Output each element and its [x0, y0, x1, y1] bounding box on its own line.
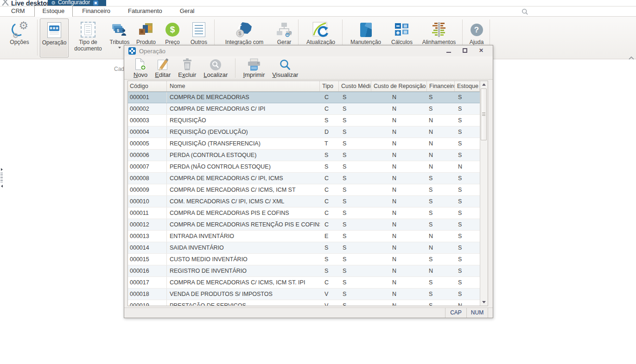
novo-button[interactable]: Novo: [130, 57, 151, 79]
column-header-financeiro[interactable]: Financeiro: [427, 81, 455, 91]
table-cell: S: [320, 150, 339, 161]
ribbon-button-tipo-documento[interactable]: Tipo de documento: [70, 19, 107, 57]
table-row[interactable]: 000004REQUISIÇÃO (DEVOLUÇÃO)DSNNS: [128, 126, 480, 138]
table-cell: 000004: [128, 126, 167, 138]
table-row[interactable]: 000006PERDA (CONTROLA ESTOQUE)SSNNS: [128, 150, 480, 161]
table-cell: S: [455, 196, 480, 207]
app-gear-icon: ⚙: [51, 0, 56, 6]
table-row[interactable]: 000012COMPRA DE MERCADORIAS RETENÇÃO PIS…: [128, 219, 480, 231]
column-header-tipo[interactable]: Tipo: [320, 81, 339, 91]
visualizar-button[interactable]: Visualizar: [268, 57, 302, 79]
table-cell: C: [320, 196, 339, 207]
table-cell: 000007: [128, 161, 167, 172]
table-row[interactable]: 000019PRESTAÇÃO DE SERVIÇOSVSNSN: [128, 300, 480, 306]
scroll-down-button[interactable]: [480, 299, 488, 306]
table-cell: S: [339, 207, 371, 219]
ribbon-collapse-chevron[interactable]: [628, 52, 635, 63]
table-cell: S: [339, 300, 371, 306]
table-row[interactable]: 000010COM. MERCADORIAS C/ IPI, ICMS C/ X…: [128, 196, 480, 207]
restore-button[interactable]: [458, 46, 472, 55]
toolbar-separator: [235, 58, 235, 78]
close-button[interactable]: ✕: [474, 46, 488, 55]
table-cell: S: [455, 219, 480, 230]
table-cell: N: [371, 184, 427, 195]
panel-collapse-handle[interactable]: [0, 168, 3, 188]
table-row[interactable]: 000016REGISTRO DE INVENTÁRIOSSNNS: [128, 265, 480, 277]
table-row[interactable]: 000017COMPRA DE MERCADORIAS C/ ICMS, ICM…: [128, 277, 480, 289]
column-header-nome[interactable]: Nome: [167, 81, 320, 91]
table-row[interactable]: 000013ENTRADA INVENTÁRIOESNNS: [128, 231, 480, 242]
table-row[interactable]: 000009COMPRA DE MERCADORIAS C/ ICMS, ICM…: [128, 184, 480, 196]
table-cell: V: [320, 289, 339, 300]
tab-faturamento[interactable]: Faturamento: [120, 6, 171, 16]
tab-estoque[interactable]: Estoque: [34, 6, 73, 17]
table-cell: N: [371, 173, 427, 184]
column-header-custo-medio[interactable]: Custo Médio: [339, 81, 371, 91]
table-cell: S: [320, 265, 339, 276]
column-header-codigo[interactable]: Código: [128, 81, 167, 91]
window-statusbar: CAP NUM: [124, 308, 493, 318]
table-cell: 000019: [128, 300, 167, 306]
table-cell: S: [427, 196, 455, 207]
minimize-button[interactable]: [442, 46, 456, 55]
table-row[interactable]: 000015CUSTO MEDIO INVENTÁRIOSSNSS: [128, 254, 480, 265]
grid-header: Código Nome Tipo Custo Médio Custo de Re…: [128, 81, 480, 92]
column-header-estoque[interactable]: Estoque: [455, 81, 480, 91]
table-cell: S: [455, 207, 480, 219]
table-cell: 000015: [128, 254, 167, 265]
table-cell: S: [455, 138, 480, 149]
ribbon-label: Outros: [191, 39, 207, 45]
thumb-grip-icon: [482, 113, 485, 116]
table-cell: T: [320, 138, 339, 149]
table-cell: N: [371, 196, 427, 207]
ribbon-button-opcoes[interactable]: ⚙⚙ Opções: [3, 19, 36, 57]
svg-text:$: $: [239, 31, 242, 36]
window-app-icon: [128, 47, 136, 55]
excluir-button[interactable]: Excluir: [174, 57, 200, 79]
table-row[interactable]: 000008COMPRA DE MERCADORIAS C/ IPI, ICMS…: [128, 173, 480, 184]
table-row[interactable]: 000002COMPRA DE MERCADORIAS C/ IPICSNSS: [128, 103, 480, 115]
table-cell: S: [455, 126, 480, 138]
table-row[interactable]: 000003REQUISIÇÃOSSNNS: [128, 115, 480, 126]
table-cell: N: [371, 92, 427, 103]
column-header-custo-reposicao[interactable]: Custo de Reposição: [371, 81, 427, 91]
table-row[interactable]: 000014SAIDA INVENTÁRIOSSNNS: [128, 242, 480, 254]
table-cell: S: [320, 115, 339, 126]
table-cell: S: [427, 277, 455, 288]
table-cell: N: [427, 242, 455, 253]
window-titlebar[interactable]: Operação ✕: [124, 45, 493, 56]
table-cell: C: [320, 277, 339, 288]
scrollbar-thumb[interactable]: [481, 88, 487, 140]
print-icon: [247, 58, 261, 71]
table-cell: S: [455, 289, 480, 300]
ribbon-tab-bar: CRM Estoque Financeiro Faturamento Geral: [0, 6, 636, 17]
tab-badge-icon[interactable]: [93, 0, 98, 6]
table-cell: N: [371, 150, 427, 161]
table-row[interactable]: 000005REQUISIÇÃO (TRANSFERENCIA)TSNNS: [128, 138, 480, 150]
imprimir-button[interactable]: Imprimir: [239, 57, 268, 79]
editar-button[interactable]: Editar: [151, 57, 174, 79]
price-dollar-icon: $: [165, 23, 179, 37]
table-cell: N: [371, 219, 427, 230]
ribbon-label: Alinhamentos: [422, 39, 456, 45]
table-cell: N: [371, 126, 427, 138]
table-cell: S: [339, 231, 371, 242]
table-cell: N: [371, 103, 427, 114]
table-row[interactable]: 000007PERDA (NÃO CONTROLA ESTOQUE)SSNNN: [128, 161, 480, 173]
tab-geral[interactable]: Geral: [172, 6, 203, 16]
table-cell: S: [455, 254, 480, 265]
scroll-up-button[interactable]: [480, 81, 488, 88]
table-cell: N: [371, 231, 427, 242]
tab-crm[interactable]: CRM: [3, 6, 33, 16]
table-row[interactable]: 000011COMPRA DE MERCADORIAS PIS E COFINS…: [128, 207, 480, 219]
localizar-button[interactable]: Localizar: [200, 57, 231, 79]
table-cell: S: [339, 138, 371, 149]
vertical-scrollbar[interactable]: [480, 81, 488, 306]
table-row[interactable]: 000018VENDA DE PRODUTOS S/ IMPOSTOSVSNSS: [128, 289, 480, 300]
search-icon[interactable]: [522, 8, 528, 17]
ribbon-button-operacao[interactable]: *** Operação: [40, 19, 69, 57]
table-cell: VENDA DE PRODUTOS S/ IMPOSTOS: [167, 289, 320, 300]
tab-financeiro[interactable]: Financeiro: [74, 6, 119, 16]
table-row[interactable]: 000001COMPRA DE MERCADORIASCSNSS: [128, 92, 480, 103]
caps-lock-indicator: CAP: [445, 308, 466, 318]
